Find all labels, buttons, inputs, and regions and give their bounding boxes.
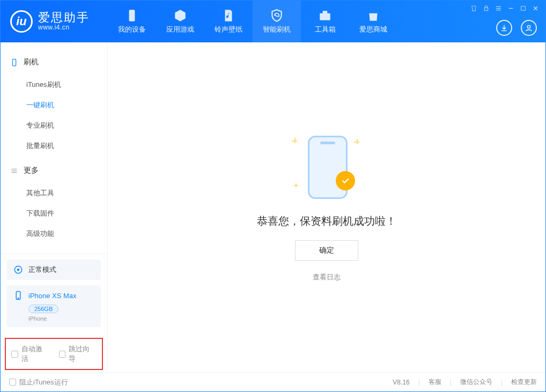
nav-label: 工具箱 [315,25,336,34]
phone-icon [13,291,23,300]
close-icon[interactable] [532,5,539,12]
sparkle-icon [354,139,359,144]
logo-icon: iu [10,10,33,33]
device-type-label: iPhone [28,315,94,322]
app-url: www.i4.cn [38,24,90,31]
device-mode-card[interactable]: 正常模式 [7,260,101,280]
svg-rect-0 [129,10,135,21]
account-button[interactable] [521,20,537,36]
svg-rect-2 [323,11,328,13]
checkbox-icon [9,379,16,386]
svg-point-8 [17,269,20,271]
download-button[interactable] [496,20,512,36]
svg-point-5 [527,25,530,28]
section-label: 刷机 [24,57,39,67]
logo-area: iu 爱思助手 www.i4.cn [1,1,108,42]
device-name: iPhone XS Max [28,292,77,300]
status-bar: 阻止iTunes运行 V8.16 | 客服 | 微信公众号 | 检查更新 [1,372,545,391]
svg-rect-1 [320,13,330,20]
nav-store[interactable]: 爱思商城 [349,1,397,42]
view-log-link[interactable]: 查看日志 [313,272,341,282]
checkbox-icon [59,351,66,358]
checkbox-icon [11,351,18,358]
svg-rect-3 [484,8,488,10]
bag-icon [366,9,380,23]
checkbox-label: 自动激活 [21,344,49,364]
svg-point-10 [18,298,19,299]
version-label: V8.16 [393,379,409,386]
window-controls [470,5,539,12]
lock-icon[interactable] [483,5,490,12]
music-file-icon [222,9,235,23]
support-link[interactable]: 客服 [429,378,441,387]
svg-rect-4 [521,6,526,11]
user-icon [525,24,533,32]
download-icon [500,24,508,32]
nav-label: 铃声壁纸 [215,25,242,34]
success-check-badge [336,171,355,190]
checkbox-label: 阻止iTunes运行 [19,378,68,387]
titlebar: iu 爱思助手 www.i4.cn 我的设备 应用游戏 铃声壁纸 智能刷机 [1,1,545,42]
nav-label: 爱思商城 [359,25,387,34]
nav-ringtones[interactable]: 铃声壁纸 [204,1,253,42]
nav-apps[interactable]: 应用游戏 [156,1,204,42]
nav-label: 应用游戏 [166,25,194,34]
sidebar-item-batch-flash[interactable]: 批量刷机 [1,136,107,156]
phone-icon [10,58,18,66]
shirt-icon[interactable] [470,5,477,12]
refresh-shield-icon [270,9,284,23]
sidebar-item-itunes-flash[interactable]: iTunes刷机 [1,75,107,95]
minimize-icon[interactable] [507,5,514,12]
auto-activate-checkbox[interactable]: 自动激活 [11,344,49,364]
nav-label: 智能刷机 [263,25,291,34]
svg-rect-6 [12,59,16,66]
skip-guide-checkbox[interactable]: 跳过向导 [59,344,97,364]
device-panel: 正常模式 iPhone XS Max 256GB iPhone [1,254,107,336]
section-label: 更多 [24,166,39,175]
top-nav: 我的设备 应用游戏 铃声壁纸 智能刷机 工具箱 爱思商城 [108,1,397,42]
sidebar-item-advanced[interactable]: 高级功能 [1,224,107,244]
sparkle-icon [292,138,297,143]
nav-my-device[interactable]: 我的设备 [108,1,156,42]
device-capacity-badge: 256GB [28,305,58,313]
flash-options-highlight: 自动激活 跳过向导 [5,338,103,370]
sidebar-item-other-tools[interactable]: 其他工具 [1,183,107,203]
sparkle-icon [294,183,298,187]
toolbox-icon [318,9,332,23]
sidebar-section-more: 更多 [1,160,107,181]
sidebar-item-oneclick-flash[interactable]: 一键刷机 [1,95,107,115]
block-itunes-checkbox[interactable]: 阻止iTunes运行 [9,378,68,387]
check-icon [341,176,350,186]
menu-icon[interactable] [495,5,502,12]
confirm-button[interactable]: 确定 [295,240,358,261]
wechat-link[interactable]: 微信公众号 [460,378,492,387]
device-mode-label: 正常模式 [28,265,56,275]
body: 刷机 iTunes刷机 一键刷机 专业刷机 批量刷机 更多 其他工具 下载固件 … [1,42,545,372]
app-window: iu 爱思助手 www.i4.cn 我的设备 应用游戏 铃声壁纸 智能刷机 [0,0,546,392]
device-icon [125,9,139,23]
nav-flash[interactable]: 智能刷机 [253,1,301,42]
nav-label: 我的设备 [118,25,146,34]
device-info-card[interactable]: iPhone XS Max 256GB iPhone [7,285,101,327]
maximize-icon[interactable] [520,5,527,12]
list-icon [10,167,18,175]
sidebar-section-flash: 刷机 [1,52,107,72]
success-illustration [292,132,361,202]
app-name: 爱思助手 [38,12,90,24]
status-icon [13,265,23,275]
main-content: 恭喜您，保资料刷机成功啦！ 确定 查看日志 [108,42,545,372]
sidebar: 刷机 iTunes刷机 一键刷机 专业刷机 批量刷机 更多 其他工具 下载固件 … [1,42,108,372]
check-update-link[interactable]: 检查更新 [511,378,537,387]
checkbox-label: 跳过向导 [69,344,97,364]
sidebar-item-download-firmware[interactable]: 下载固件 [1,203,107,224]
nav-tools[interactable]: 工具箱 [301,1,349,42]
header-actions [496,20,537,36]
sidebar-item-pro-flash[interactable]: 专业刷机 [1,115,107,136]
success-message: 恭喜您，保资料刷机成功啦！ [257,214,396,228]
cube-icon [173,9,187,23]
